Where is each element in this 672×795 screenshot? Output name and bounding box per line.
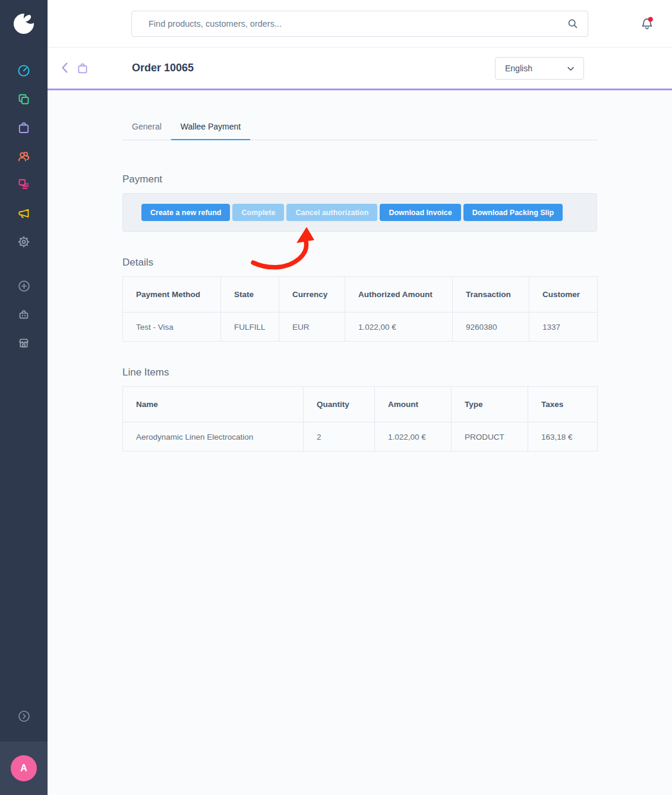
sidebar-item-customers[interactable]: [0, 142, 48, 171]
sidebar-item-marketing[interactable]: [0, 199, 48, 228]
avatar[interactable]: A: [11, 755, 37, 781]
line-items-header-row: Name Quantity Amount Type Taxes: [123, 387, 598, 422]
customers-icon: [17, 149, 31, 163]
page-title: Order 10065: [132, 48, 194, 89]
table-cell-payment-method: Test - Visa: [123, 313, 221, 342]
sidebar-expand-button[interactable]: [0, 702, 48, 730]
catalogues-icon: [17, 92, 31, 106]
complete-button[interactable]: Complete: [232, 204, 284, 221]
back-button[interactable]: [59, 59, 74, 77]
details-header-row: Payment Method State Currency Authorized…: [123, 277, 598, 313]
bell-icon: [639, 15, 655, 32]
shopware-logo-icon: [11, 11, 37, 37]
table-cell-customer: 1337: [529, 313, 598, 342]
tab-general[interactable]: General: [122, 114, 171, 140]
gear-icon: [17, 235, 31, 249]
column-header: Quantity: [304, 387, 375, 422]
column-header: Taxes: [528, 387, 598, 422]
table-row: Aerodynamic Linen Electrocation 2 1.022,…: [123, 422, 598, 452]
table-row: Test - Visa FULFILL EUR 1.022,00 € 92603…: [123, 313, 598, 342]
download-invoice-button[interactable]: Download Invoice: [380, 204, 460, 221]
details-section-heading: Details: [122, 257, 597, 269]
order-detail-content: General Wallee Payment Payment Create a …: [48, 90, 672, 795]
sidebar-item-extensions[interactable]: [0, 300, 48, 329]
download-packing-slip-button[interactable]: Download Packing Slip: [463, 204, 563, 221]
content-icon: [17, 178, 31, 192]
dashboard-icon: [17, 64, 31, 78]
sidebar-user-section: A: [0, 742, 48, 795]
table-cell-quantity: 2: [304, 422, 375, 452]
smartbar: Order 10065 English: [48, 48, 672, 90]
column-header: Transaction: [453, 277, 529, 313]
table-cell-amount: 1.022,00 €: [375, 422, 452, 452]
column-header: Payment Method: [123, 277, 221, 313]
cancel-authorization-button[interactable]: Cancel authorization: [286, 204, 377, 221]
table-cell-name: Aerodynamic Linen Electrocation: [123, 422, 304, 452]
global-search: [131, 11, 588, 37]
column-header: Authorized Amount: [345, 277, 453, 313]
table-cell-transaction: 9260380: [453, 313, 529, 342]
column-header: Currency: [279, 277, 345, 313]
plus-circle-icon: [17, 279, 31, 293]
orders-icon: [17, 121, 31, 135]
column-header: Customer: [529, 277, 598, 313]
sidebar-item-catalogues[interactable]: [0, 85, 48, 113]
avatar-initial: A: [20, 763, 27, 774]
sidebar-item-store[interactable]: [0, 329, 48, 357]
payment-actions-panel: Create a new refund Complete Cancel auth…: [122, 193, 597, 232]
marketing-icon: [17, 206, 31, 220]
sidebar-item-settings[interactable]: [0, 228, 48, 256]
column-header: State: [221, 277, 279, 313]
table-cell-currency: EUR: [279, 313, 345, 342]
search-icon[interactable]: [566, 17, 579, 30]
shopware-logo[interactable]: [0, 0, 48, 48]
table-cell-state: FULFILL: [221, 313, 279, 342]
storefront-icon: [17, 336, 30, 349]
tab-wallee-payment[interactable]: Wallee Payment: [171, 114, 250, 140]
chevron-left-icon: [59, 61, 70, 74]
language-select[interactable]: English: [495, 57, 584, 80]
sidebar: A: [0, 0, 48, 795]
line-items-table: Name Quantity Amount Type Taxes Aerodyna…: [122, 386, 598, 452]
column-header: Amount: [375, 387, 452, 422]
orders-module-icon: [76, 61, 89, 75]
details-table: Payment Method State Currency Authorized…: [122, 276, 598, 342]
sidebar-item-add-new[interactable]: [0, 272, 48, 300]
chevron-down-icon: [566, 64, 575, 73]
search-input[interactable]: [131, 11, 588, 37]
topbar: [48, 0, 672, 48]
payment-section-heading: Payment: [122, 173, 597, 185]
table-cell-taxes: 163,18 €: [528, 422, 598, 452]
column-header: Type: [452, 387, 528, 422]
notification-dot: [648, 17, 653, 21]
basket-icon: [17, 308, 30, 321]
notifications-button[interactable]: [639, 15, 655, 32]
line-items-section-heading: Line Items: [122, 367, 597, 378]
table-cell-type: PRODUCT: [452, 422, 528, 452]
sidebar-item-content[interactable]: [0, 171, 48, 199]
language-selected-value: English: [505, 64, 532, 73]
table-cell-authorized-amount: 1.022,00 €: [345, 313, 453, 342]
sidebar-item-dashboard[interactable]: [0, 56, 48, 85]
create-refund-button[interactable]: Create a new refund: [141, 204, 230, 221]
column-header: Name: [123, 387, 304, 422]
tab-bar: General Wallee Payment: [122, 114, 597, 140]
chevron-right-circle-icon: [17, 709, 31, 723]
sidebar-item-orders[interactable]: [0, 113, 48, 142]
